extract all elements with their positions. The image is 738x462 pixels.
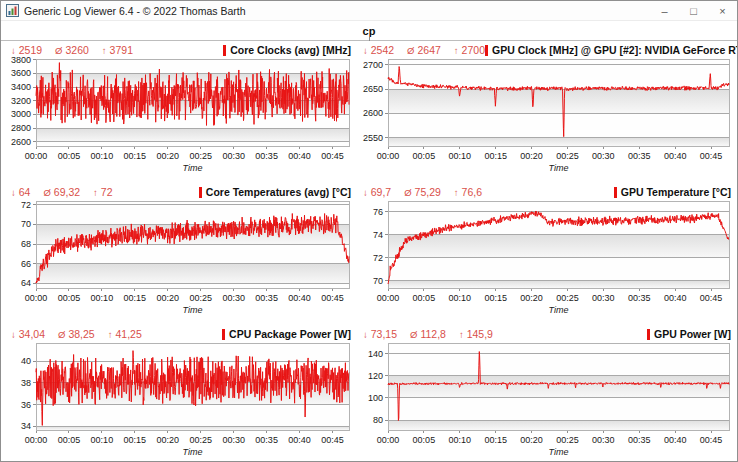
chart-header: ↓2542 Ø2647 ↑2700 GPU Clock [MHz] @ GPU … bbox=[361, 43, 733, 57]
legend-marker bbox=[222, 329, 225, 340]
legend-marker bbox=[199, 187, 202, 198]
svg-text:80: 80 bbox=[373, 415, 383, 425]
svg-text:72: 72 bbox=[21, 200, 31, 210]
svg-text:2650: 2650 bbox=[363, 84, 383, 94]
avg-icon: Ø bbox=[410, 329, 417, 340]
stat-avg: Ø2647 bbox=[407, 44, 441, 56]
svg-text:76: 76 bbox=[373, 207, 383, 217]
svg-text:3800: 3800 bbox=[11, 57, 31, 65]
svg-text:00:25: 00:25 bbox=[189, 293, 212, 303]
svg-text:3000: 3000 bbox=[11, 109, 31, 119]
svg-text:00:35: 00:35 bbox=[255, 293, 278, 303]
svg-text:00:30: 00:30 bbox=[222, 151, 245, 161]
stat-min: ↓64 bbox=[11, 186, 30, 198]
svg-text:00:25: 00:25 bbox=[556, 435, 579, 445]
chart-gpu-clock: ↓2542 Ø2647 ↑2700 GPU Clock [MHz] @ GPU … bbox=[361, 43, 733, 174]
svg-text:00:40: 00:40 bbox=[288, 435, 311, 445]
chart-title: Core Temperatures (avg) [°C] bbox=[199, 186, 351, 198]
stat-max: ↑76,6 bbox=[454, 186, 482, 198]
svg-text:38: 38 bbox=[21, 378, 31, 388]
svg-text:3600: 3600 bbox=[11, 68, 31, 78]
chart-stats: ↓2542 Ø2647 ↑2700 bbox=[363, 44, 485, 56]
minimize-button[interactable]: – bbox=[650, 1, 679, 20]
svg-text:00:30: 00:30 bbox=[592, 293, 615, 303]
svg-text:70: 70 bbox=[373, 276, 383, 286]
chart-header: ↓34,04 Ø38,25 ↑41,25 CPU Package Power [… bbox=[9, 327, 353, 341]
stat-min: ↓69,7 bbox=[363, 186, 391, 198]
maximize-button[interactable]: □ bbox=[679, 1, 708, 20]
chart-stats: ↓69,7 Ø75,29 ↑76,6 bbox=[363, 186, 482, 198]
svg-text:00:00: 00:00 bbox=[25, 293, 48, 303]
svg-text:00:45: 00:45 bbox=[321, 293, 344, 303]
stat-min: ↓34,04 bbox=[11, 328, 45, 340]
svg-text:00:40: 00:40 bbox=[288, 293, 311, 303]
svg-text:00:30: 00:30 bbox=[592, 435, 615, 445]
svg-text:Time: Time bbox=[183, 305, 203, 315]
svg-text:Time: Time bbox=[183, 163, 203, 173]
chart-plot-core-temps[interactable]: 727068666400:0000:0500:1000:1500:2000:25… bbox=[9, 199, 353, 316]
svg-text:120: 120 bbox=[368, 371, 383, 381]
stat-avg: Ø112,8 bbox=[410, 328, 446, 340]
stat-min: ↓73,15 bbox=[363, 328, 397, 340]
svg-text:2600: 2600 bbox=[11, 137, 31, 147]
tab-center-tick bbox=[369, 37, 370, 41]
stat-min: ↓2519 bbox=[11, 44, 42, 56]
max-arrow-icon: ↑ bbox=[454, 187, 459, 198]
svg-text:00:00: 00:00 bbox=[377, 151, 400, 161]
svg-text:00:25: 00:25 bbox=[556, 293, 579, 303]
svg-text:00:15: 00:15 bbox=[124, 293, 147, 303]
svg-text:00:30: 00:30 bbox=[592, 151, 615, 161]
chart-gpu-power: ↓73,15 Ø112,8 ↑145,9 GPU Power [W] 14012… bbox=[361, 327, 733, 458]
chart-core-temps: ↓64 Ø69,32 ↑72 Core Temperatures (avg) [… bbox=[9, 185, 353, 316]
chart-plot-core-clocks[interactable]: 380036003400320030002800260000:0000:0500… bbox=[9, 57, 353, 174]
svg-text:00:30: 00:30 bbox=[222, 435, 245, 445]
avg-icon: Ø bbox=[404, 187, 411, 198]
svg-text:00:30: 00:30 bbox=[222, 293, 245, 303]
svg-text:00:35: 00:35 bbox=[628, 293, 651, 303]
chart-plot-gpu-power[interactable]: 1401201008000:0000:0500:1000:1500:2000:2… bbox=[361, 341, 733, 458]
svg-text:100: 100 bbox=[368, 393, 383, 403]
max-arrow-icon: ↑ bbox=[93, 187, 98, 198]
svg-text:00:15: 00:15 bbox=[484, 151, 507, 161]
svg-text:2700: 2700 bbox=[363, 60, 383, 70]
chart-plot-gpu-clock[interactable]: 270026502600255000:0000:0500:1000:1500:2… bbox=[361, 57, 733, 174]
svg-text:40: 40 bbox=[21, 356, 31, 366]
svg-text:72: 72 bbox=[373, 253, 383, 263]
window-controls: – □ × bbox=[650, 1, 737, 20]
svg-text:00:25: 00:25 bbox=[189, 435, 212, 445]
svg-text:2600: 2600 bbox=[363, 108, 383, 118]
avg-icon: Ø bbox=[58, 329, 65, 340]
svg-text:36: 36 bbox=[21, 400, 31, 410]
window-title: Generic Log Viewer 6.4 - © 2022 Thomas B… bbox=[24, 5, 650, 17]
svg-text:3400: 3400 bbox=[11, 82, 31, 92]
svg-text:00:20: 00:20 bbox=[157, 435, 180, 445]
stat-min: ↓2542 bbox=[363, 44, 394, 56]
svg-text:00:05: 00:05 bbox=[413, 293, 436, 303]
avg-icon: Ø bbox=[55, 45, 62, 56]
svg-text:00:15: 00:15 bbox=[124, 151, 147, 161]
svg-text:00:45: 00:45 bbox=[700, 151, 723, 161]
svg-text:00:40: 00:40 bbox=[664, 293, 687, 303]
chart-stats: ↓64 Ø69,32 ↑72 bbox=[11, 186, 113, 198]
chart-plot-cpu-power[interactable]: 4038363400:0000:0500:1000:1500:2000:2500… bbox=[9, 341, 353, 458]
legend-marker bbox=[223, 45, 226, 56]
svg-text:00:00: 00:00 bbox=[25, 435, 48, 445]
svg-text:34: 34 bbox=[21, 421, 31, 431]
svg-text:00:05: 00:05 bbox=[58, 151, 81, 161]
min-arrow-icon: ↓ bbox=[11, 45, 16, 56]
chart-stats: ↓73,15 Ø112,8 ↑145,9 bbox=[363, 328, 493, 340]
svg-text:00:00: 00:00 bbox=[377, 293, 400, 303]
app-icon[interactable] bbox=[6, 4, 19, 17]
close-button[interactable]: × bbox=[708, 1, 737, 20]
svg-text:00:15: 00:15 bbox=[484, 293, 507, 303]
svg-text:00:05: 00:05 bbox=[58, 435, 81, 445]
chart-header: ↓69,7 Ø75,29 ↑76,6 GPU Temperature [°C] bbox=[361, 185, 733, 199]
chart-plot-gpu-temp[interactable]: 7674727000:0000:0500:1000:1500:2000:2500… bbox=[361, 199, 733, 316]
stat-avg: Ø38,25 bbox=[58, 328, 95, 340]
svg-text:2800: 2800 bbox=[11, 123, 31, 133]
svg-text:74: 74 bbox=[373, 230, 383, 240]
svg-text:00:40: 00:40 bbox=[288, 151, 311, 161]
chart-title: GPU Temperature [°C] bbox=[614, 186, 731, 198]
tab-cp[interactable]: cp bbox=[363, 25, 376, 37]
min-arrow-icon: ↓ bbox=[363, 187, 368, 198]
